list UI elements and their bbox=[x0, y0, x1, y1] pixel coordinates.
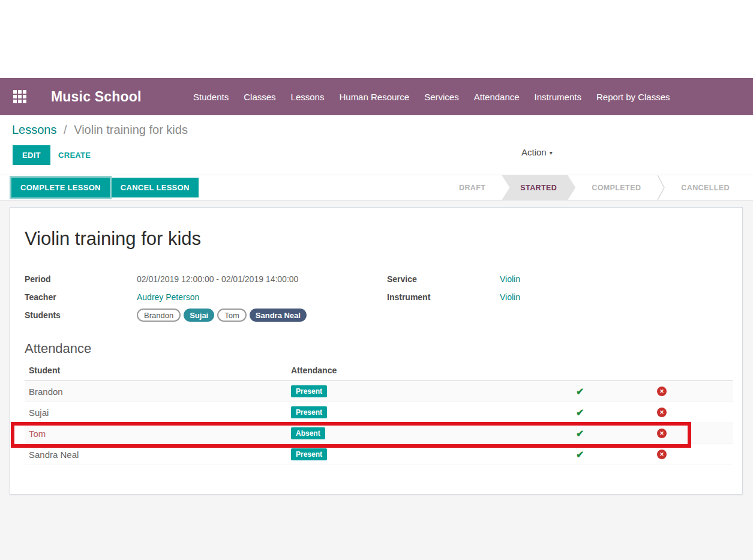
nav-item-students[interactable]: Students bbox=[193, 92, 229, 102]
status-step-started[interactable]: STARTED bbox=[502, 175, 575, 200]
mark-present-check-icon[interactable]: ✔ bbox=[576, 407, 584, 418]
create-button[interactable]: CREATE bbox=[58, 151, 91, 160]
mark-present-check-icon[interactable]: ✔ bbox=[576, 449, 584, 460]
student-name: Sujai bbox=[29, 408, 49, 418]
breadcrumb-current: Violin training for kids bbox=[74, 123, 188, 136]
cancel-lesson-button[interactable]: CANCEL LESSON bbox=[112, 178, 199, 197]
fields-left-column: Period02/01/2019 12:00:00 - 02/01/2019 1… bbox=[25, 270, 361, 324]
apps-grid-icon[interactable] bbox=[13, 90, 28, 104]
attendance-status-badge: Present bbox=[291, 385, 327, 397]
mark-absent-cross-icon[interactable]: ✕ bbox=[657, 450, 667, 459]
statusbar: COMPLETE LESSONCANCEL LESSON DRAFTSTARTE… bbox=[0, 175, 753, 200]
top-navbar: Music School StudentsClassesLessonsHuman… bbox=[0, 78, 753, 115]
student-name: Tom bbox=[29, 429, 46, 439]
instrument-field-row: InstrumentViolin bbox=[387, 288, 723, 306]
step-separator-icon bbox=[657, 175, 665, 200]
service-field-label: Service bbox=[387, 274, 500, 284]
attendance-status-badge: Present bbox=[291, 448, 327, 460]
edit-button[interactable]: EDIT bbox=[13, 145, 50, 165]
period-field-row: Period02/01/2019 12:00:00 - 02/01/2019 1… bbox=[25, 270, 361, 288]
student-name: Brandon bbox=[29, 387, 63, 397]
attendance-table-header: Student Attendance bbox=[25, 363, 733, 381]
status-step-completed[interactable]: COMPLETED bbox=[575, 175, 657, 200]
student-tag-brandon[interactable]: Brandon bbox=[137, 309, 181, 322]
complete-lesson-button[interactable]: COMPLETE LESSON bbox=[11, 178, 110, 197]
period-field-value: 02/01/2019 12:00:00 - 02/01/2019 14:00:0… bbox=[137, 274, 298, 284]
attendance-row-sujai[interactable]: SujaiPresent✔✕ bbox=[25, 402, 733, 423]
column-header-attendance: Attendance bbox=[291, 366, 337, 375]
student-tag-tom[interactable]: Tom bbox=[217, 309, 247, 322]
student-tag-sandra-neal[interactable]: Sandra Neal bbox=[250, 309, 307, 322]
teacher-field-value[interactable]: Audrey Peterson bbox=[137, 292, 199, 302]
nav-item-services[interactable]: Services bbox=[424, 92, 459, 102]
statusbar-buttons: COMPLETE LESSONCANCEL LESSON bbox=[11, 178, 199, 197]
nav-item-report-by-classes[interactable]: Report by Classes bbox=[596, 92, 670, 102]
attendance-status-badge: Present bbox=[291, 406, 327, 418]
mark-absent-cross-icon[interactable]: ✕ bbox=[657, 429, 667, 438]
fields-right-column: ServiceViolinInstrumentViolin bbox=[387, 270, 723, 306]
teacher-field-label: Teacher bbox=[25, 292, 137, 302]
attendance-rows: BrandonPresent✔✕SujaiPresent✔✕TomAbsent✔… bbox=[25, 381, 733, 465]
attendance-row-sandra-neal[interactable]: Sandra NealPresent✔✕ bbox=[25, 444, 733, 465]
app-brand-title[interactable]: Music School bbox=[51, 78, 142, 115]
chevron-down-icon: ▾ bbox=[550, 149, 553, 156]
student-name: Sandra Neal bbox=[29, 450, 79, 460]
student-tags: BrandonSujaiTomSandra Neal bbox=[137, 309, 307, 322]
teacher-field-row: TeacherAudrey Peterson bbox=[25, 288, 361, 306]
students-field-label: Students bbox=[25, 310, 137, 320]
instrument-field-label: Instrument bbox=[387, 292, 500, 302]
mark-absent-cross-icon[interactable]: ✕ bbox=[657, 408, 667, 417]
service-field-value[interactable]: Violin bbox=[500, 274, 520, 284]
breadcrumb-separator: / bbox=[64, 123, 67, 136]
mark-present-check-icon[interactable]: ✔ bbox=[576, 386, 584, 397]
nav-item-instruments[interactable]: Instruments bbox=[535, 92, 581, 102]
lesson-title: Violin training for kids bbox=[25, 228, 201, 250]
period-field-label: Period bbox=[25, 274, 137, 284]
status-pipeline: DRAFTSTARTEDCOMPLETEDCANCELLED bbox=[443, 175, 746, 200]
mark-absent-cross-icon[interactable]: ✕ bbox=[657, 387, 667, 396]
form-sheet: Violin training for kids Period02/01/201… bbox=[10, 207, 743, 495]
attendance-status-badge: Absent bbox=[291, 427, 325, 439]
status-step-cancelled[interactable]: CANCELLED bbox=[665, 175, 746, 200]
attendance-table: Student Attendance BrandonPresent✔✕Sujai… bbox=[25, 363, 733, 465]
status-step-draft[interactable]: DRAFT bbox=[443, 175, 502, 200]
students-field-row: Students BrandonSujaiTomSandra Neal bbox=[25, 306, 361, 324]
action-dropdown[interactable]: Action▾ bbox=[521, 147, 553, 157]
breadcrumb: Lessons / Violin training for kids bbox=[12, 123, 188, 137]
column-header-student: Student bbox=[29, 366, 60, 375]
attendance-row-brandon[interactable]: BrandonPresent✔✕ bbox=[25, 381, 733, 402]
nav-item-human-resource[interactable]: Human Resource bbox=[339, 92, 409, 102]
nav-menu: StudentsClassesLessonsHuman ResourceServ… bbox=[193, 78, 670, 115]
student-tag-sujai[interactable]: Sujai bbox=[184, 309, 214, 322]
service-field-row: ServiceViolin bbox=[387, 270, 723, 288]
nav-item-lessons[interactable]: Lessons bbox=[291, 92, 325, 102]
mark-present-check-icon[interactable]: ✔ bbox=[576, 428, 584, 439]
action-dropdown-label: Action bbox=[521, 147, 547, 157]
nav-item-attendance[interactable]: Attendance bbox=[474, 92, 520, 102]
attendance-row-tom[interactable]: TomAbsent✔✕ bbox=[25, 423, 733, 444]
app-window: Music School StudentsClassesLessonsHuman… bbox=[0, 0, 753, 560]
breadcrumb-lessons-link[interactable]: Lessons bbox=[12, 123, 57, 136]
nav-item-classes[interactable]: Classes bbox=[244, 92, 275, 102]
attendance-heading: Attendance bbox=[25, 341, 91, 357]
instrument-field-value[interactable]: Violin bbox=[500, 292, 520, 302]
